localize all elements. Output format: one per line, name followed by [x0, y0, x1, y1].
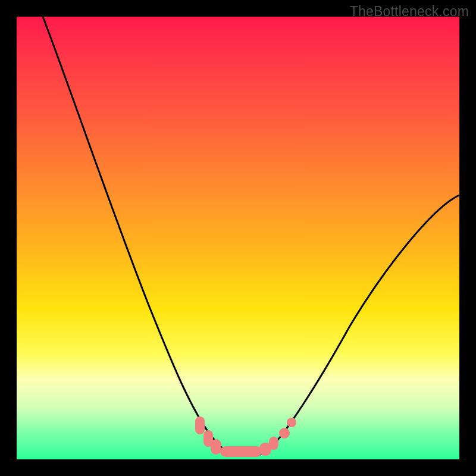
chart-svg	[17, 17, 459, 459]
svg-point-6	[279, 428, 290, 439]
svg-point-7	[287, 418, 296, 427]
svg-rect-2	[211, 439, 221, 455]
outer-frame: TheBottleneck.com	[0, 0, 476, 476]
svg-rect-3	[220, 446, 262, 457]
svg-rect-0	[195, 416, 205, 434]
gradient-plot-area	[17, 17, 459, 459]
svg-rect-5	[269, 437, 278, 450]
bottleneck-curve-path	[43, 17, 459, 456]
bottom-highlight-group	[195, 416, 296, 457]
